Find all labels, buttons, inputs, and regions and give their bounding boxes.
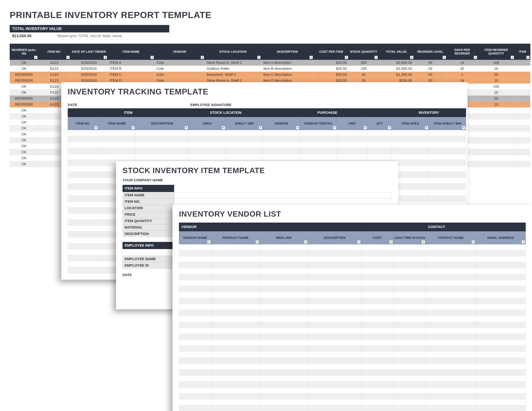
vendor-cell[interactable] — [211, 268, 260, 274]
vendor-cell[interactable] — [308, 387, 361, 393]
vendor-cell[interactable] — [393, 405, 426, 411]
tracking-cell[interactable] — [429, 136, 466, 142]
vendor-cell[interactable] — [393, 364, 426, 370]
tracking-cell[interactable] — [429, 148, 466, 154]
vendor-cell[interactable] — [476, 244, 526, 250]
vendor-cell[interactable] — [476, 352, 526, 358]
vendor-cell[interactable] — [361, 316, 393, 322]
vendor-cell[interactable] — [361, 250, 393, 256]
tracking-cell[interactable] — [429, 184, 466, 190]
vendor-cell[interactable] — [211, 334, 260, 340]
vendor-cell[interactable] — [426, 393, 476, 399]
filter-dropdown-icon[interactable] — [522, 240, 525, 243]
vendor-cell[interactable] — [179, 346, 211, 352]
vendor-cell[interactable] — [179, 316, 211, 322]
vendor-cell[interactable] — [179, 292, 211, 298]
vendor-cell[interactable] — [361, 310, 393, 316]
vendor-cell[interactable] — [426, 316, 476, 322]
vendor-cell[interactable] — [211, 262, 260, 268]
vendor-cell[interactable] — [476, 387, 526, 393]
vendor-cell[interactable] — [393, 298, 426, 304]
vendor-cell[interactable] — [361, 358, 393, 364]
filter-dropdown-icon[interactable] — [410, 56, 413, 59]
vendor-cell[interactable] — [308, 393, 361, 399]
filter-dropdown-icon[interactable] — [207, 240, 210, 243]
tracking-cell[interactable] — [136, 136, 189, 142]
vendor-cell[interactable] — [476, 274, 526, 280]
vendor-cell[interactable] — [426, 286, 476, 292]
filter-dropdown-icon[interactable] — [390, 240, 393, 243]
tracking-cell[interactable] — [263, 136, 300, 142]
vendor-cell[interactable] — [260, 268, 308, 274]
report-col-header[interactable]: DESCRIPTION — [261, 44, 314, 60]
filter-dropdown-icon[interactable] — [388, 126, 391, 129]
vendor-cell[interactable] — [308, 280, 361, 286]
tracking-cell[interactable] — [189, 154, 226, 160]
vendor-cell[interactable] — [393, 399, 426, 405]
tracking-cell[interactable] — [263, 154, 300, 160]
filter-dropdown-icon[interactable] — [104, 56, 107, 59]
vendor-cell[interactable] — [179, 262, 211, 268]
vendor-cell[interactable] — [393, 322, 426, 328]
tracking-cell[interactable] — [300, 142, 337, 148]
tracking-cell[interactable] — [68, 154, 98, 160]
vendor-cell[interactable] — [211, 304, 260, 310]
vendor-cell[interactable] — [211, 382, 260, 387]
vendor-cell[interactable] — [393, 310, 426, 316]
vendor-cell[interactable] — [476, 328, 526, 334]
filter-dropdown-icon[interactable] — [345, 56, 348, 59]
tracking-cell[interactable] — [68, 142, 98, 148]
tracking-cell[interactable] — [429, 160, 466, 166]
vendor-cell[interactable] — [426, 310, 476, 316]
vendor-cell[interactable] — [393, 268, 426, 274]
tracking-cell[interactable] — [136, 154, 189, 160]
vendor-cell[interactable] — [426, 280, 476, 286]
vendor-cell[interactable] — [361, 256, 393, 262]
vendor-cell[interactable] — [179, 334, 211, 340]
tracking-sub-header[interactable]: ITEM NAME — [98, 117, 136, 130]
filter-dropdown-icon[interactable] — [201, 56, 204, 59]
vendor-cell[interactable] — [179, 286, 211, 292]
vendor-cell[interactable] — [179, 393, 211, 399]
vendor-cell[interactable] — [308, 316, 361, 322]
filter-dropdown-icon[interactable] — [364, 126, 367, 129]
vendor-cell[interactable] — [179, 280, 211, 286]
vendor-cell[interactable] — [393, 280, 426, 286]
tracking-sub-header[interactable]: ITEM NO. — [68, 117, 98, 130]
filter-dropdown-icon[interactable] — [310, 56, 313, 59]
vendor-cell[interactable] — [426, 370, 476, 375]
tracking-cell[interactable] — [68, 190, 98, 196]
vendor-cell[interactable] — [260, 274, 308, 280]
tracking-cell[interactable] — [337, 136, 368, 142]
vendor-cell[interactable] — [179, 328, 211, 334]
vendor-cell[interactable] — [260, 304, 308, 310]
vendor-cell[interactable] — [308, 340, 361, 346]
vendor-sub-header[interactable]: VENDOR NAME — [179, 231, 211, 244]
tracking-cell[interactable] — [68, 166, 98, 172]
tracking-cell[interactable] — [226, 148, 263, 154]
vendor-cell[interactable] — [211, 352, 260, 358]
filter-dropdown-icon[interactable] — [474, 56, 477, 59]
tracking-cell[interactable] — [429, 166, 466, 172]
vendor-sub-header[interactable]: PRODUCT NAME — [211, 231, 260, 244]
vendor-cell[interactable] — [361, 334, 393, 340]
tracking-cell[interactable] — [98, 136, 136, 142]
vendor-cell[interactable] — [476, 382, 526, 387]
vendor-cell[interactable] — [260, 292, 308, 298]
vendor-cell[interactable] — [426, 304, 476, 310]
vendor-cell[interactable] — [476, 304, 526, 310]
tracking-cell[interactable] — [68, 214, 98, 220]
vendor-cell[interactable] — [179, 382, 211, 387]
vendor-cell[interactable] — [260, 393, 308, 399]
tracking-cell[interactable] — [68, 220, 98, 225]
report-col-header[interactable]: STOCK QUANTITY — [349, 44, 379, 60]
vendor-cell[interactable] — [361, 352, 393, 358]
vendor-cell[interactable] — [308, 352, 361, 358]
vendor-cell[interactable] — [260, 250, 308, 256]
vendor-cell[interactable] — [211, 250, 260, 256]
vendor-cell[interactable] — [179, 358, 211, 364]
tracking-cell[interactable] — [429, 196, 466, 202]
filter-dropdown-icon[interactable] — [374, 56, 378, 59]
vendor-cell[interactable] — [179, 375, 211, 382]
tracking-sub-header[interactable]: DESCRIPTION — [136, 117, 189, 130]
